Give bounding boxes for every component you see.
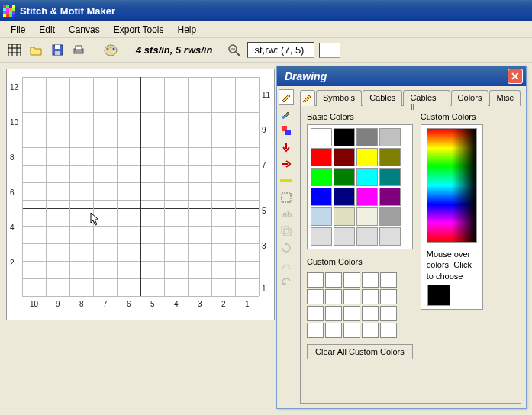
basic-color-swatch[interactable] [334, 208, 355, 226]
menu-export-tools[interactable]: Export Tools [108, 23, 170, 37]
custom-color-slot[interactable] [325, 272, 342, 288]
custom-color-slot[interactable] [343, 306, 360, 321]
open-icon[interactable] [27, 42, 44, 59]
y-label-r: 1 [262, 285, 266, 293]
tab-colors[interactable]: Colors [451, 90, 489, 106]
menu-edit[interactable]: Edit [33, 23, 61, 37]
basic-color-swatch[interactable] [356, 168, 378, 186]
y-label-r: 3 [262, 242, 266, 250]
palette-icon[interactable] [102, 42, 119, 59]
line-tool-icon[interactable] [279, 173, 294, 188]
custom-color-slot[interactable] [362, 323, 379, 338]
y-label: 2 [10, 259, 15, 267]
clear-custom-colors-button[interactable]: Clear All Custom Colors [307, 344, 413, 359]
svg-rect-20 [285, 130, 291, 135]
custom-color-slot[interactable] [362, 306, 379, 321]
tab-pencil[interactable] [300, 90, 315, 106]
drawing-tabs: Symbols Cables Cables II Colors Misc [300, 89, 521, 106]
custom-color-slot[interactable] [325, 323, 342, 338]
y-label-r: 5 [262, 207, 266, 215]
custom-color-slot[interactable] [325, 289, 342, 304]
arrow-right-tool-icon[interactable] [279, 156, 294, 172]
custom-color-slot[interactable] [343, 289, 360, 304]
brush-tool-icon[interactable] [279, 106, 294, 121]
coordinate-display: st,rw: (7, 5) [247, 42, 314, 58]
grid-icon[interactable] [6, 42, 23, 59]
custom-color-slot[interactable] [380, 306, 397, 321]
custom-color-slot[interactable] [343, 272, 360, 288]
tab-cables-ii[interactable]: Cables II [403, 90, 450, 106]
basic-color-swatch[interactable] [334, 168, 355, 186]
y-label-r: 7 [262, 161, 266, 169]
basic-color-swatch[interactable] [379, 188, 401, 206]
tool-tray: ab [277, 86, 295, 408]
custom-color-slot[interactable] [362, 289, 379, 304]
custom-color-slot[interactable] [343, 323, 360, 338]
basic-color-swatch[interactable] [311, 188, 332, 206]
basic-color-swatch[interactable] [356, 128, 378, 146]
svg-rect-7 [55, 51, 60, 55]
basic-color-swatch[interactable] [311, 148, 332, 166]
svg-point-18 [282, 116, 285, 119]
drawing-panel: Drawing ✕ ab Symbols Cables Cables II Co… [276, 66, 527, 409]
fill-tool-icon[interactable] [279, 123, 294, 138]
custom-color-slot[interactable] [307, 272, 324, 288]
basic-color-swatch[interactable] [311, 128, 332, 146]
save-icon[interactable] [49, 42, 66, 59]
copy-tool-icon[interactable] [279, 224, 294, 239]
stitch-canvas[interactable]: 12 10 8 6 4 2 11 9 7 5 3 1 10 9 8 7 6 5 … [6, 69, 275, 320]
custom-color-slot[interactable] [380, 323, 397, 338]
basic-color-swatch[interactable] [379, 148, 401, 166]
rotate-tool-icon[interactable] [279, 240, 294, 256]
title-bar: Stitch & Motif Maker [0, 0, 532, 21]
custom-color-slot[interactable] [325, 306, 342, 321]
tab-symbols[interactable]: Symbols [316, 90, 362, 106]
menu-help[interactable]: Help [172, 23, 203, 37]
menu-file[interactable]: File [5, 23, 31, 37]
custom-color-slot[interactable] [380, 289, 397, 304]
select-tool-icon[interactable] [279, 190, 294, 205]
basic-color-swatch[interactable] [334, 227, 355, 246]
x-label: 7 [103, 300, 108, 308]
basic-color-swatch[interactable] [379, 208, 401, 226]
print-icon[interactable] [70, 42, 87, 59]
tab-cables[interactable]: Cables [363, 90, 402, 106]
basic-color-swatch[interactable] [311, 208, 332, 226]
basic-color-swatch[interactable] [311, 227, 332, 246]
basic-color-swatch[interactable] [311, 168, 332, 186]
close-icon[interactable]: ✕ [508, 69, 523, 84]
zoom-out-icon[interactable] [226, 42, 243, 59]
undo-tool-icon[interactable] [279, 274, 294, 289]
custom-colors-grid [307, 272, 413, 338]
x-label: 6 [127, 300, 131, 308]
x-label: 4 [174, 300, 179, 308]
pencil-tool-icon[interactable] [279, 89, 294, 105]
color-spectrum[interactable] [427, 128, 477, 243]
basic-color-swatch[interactable] [334, 148, 355, 166]
basic-color-swatch[interactable] [379, 227, 401, 246]
custom-color-slot[interactable] [362, 272, 379, 288]
custom-color-slot[interactable] [380, 272, 397, 288]
drawing-panel-titlebar[interactable]: Drawing ✕ [277, 66, 526, 86]
custom-color-slot[interactable] [307, 323, 324, 338]
menu-canvas[interactable]: Canvas [63, 23, 106, 37]
basic-color-swatch[interactable] [334, 188, 355, 206]
x-label: 2 [221, 300, 226, 308]
tab-misc[interactable]: Misc [489, 90, 521, 106]
arrow-down-tool-icon[interactable] [279, 140, 294, 155]
custom-color-slot[interactable] [307, 306, 324, 321]
y-label-r: 11 [262, 91, 270, 99]
y-label-r: 9 [262, 126, 266, 134]
basic-color-swatch[interactable] [356, 227, 378, 246]
basic-color-swatch[interactable] [356, 188, 378, 206]
misc-tool-icon[interactable] [279, 257, 294, 272]
basic-color-swatch[interactable] [379, 128, 401, 146]
x-label: 1 [245, 300, 250, 308]
svg-rect-24 [282, 227, 289, 233]
basic-color-swatch[interactable] [379, 168, 401, 186]
basic-color-swatch[interactable] [356, 148, 378, 166]
basic-color-swatch[interactable] [356, 208, 378, 226]
basic-color-swatch[interactable] [334, 128, 355, 146]
custom-color-slot[interactable] [307, 289, 324, 304]
symbol-tool-icon[interactable]: ab [279, 207, 294, 222]
